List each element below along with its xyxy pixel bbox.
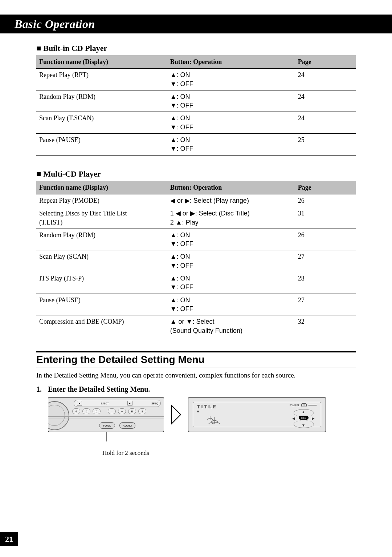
nav-left-icon: ◂: [77, 401, 82, 406]
control-panel-illustration: ◂ EJECT ▸ SFEQ 4 5 6 – + E 8: [48, 397, 164, 432]
square-bullet-icon: ■: [36, 169, 41, 179]
col-page: Page: [295, 181, 356, 194]
lower-button-row: FUNC AUDIO: [99, 422, 135, 429]
preset-button-row: 4 5 6 – + E 8: [72, 408, 161, 414]
nav-right-icon: ▸: [127, 401, 132, 406]
table-row: Repeat Play (PMODE) ◀ or ▶: Select (Play…: [36, 194, 356, 207]
col-function: Function name (Display): [36, 55, 167, 69]
nav-down-icon: ▼: [302, 423, 305, 427]
multicd-heading: ■Multi-CD Player: [36, 169, 356, 179]
nav-pad: ▲ ▼ ◀ ▶ SEL: [291, 410, 316, 427]
illustration-caption: Hold for 2 seconds: [102, 449, 356, 457]
section-body: In the Detailed Setting Menu, you can op…: [36, 370, 356, 380]
preset-button: 6: [93, 408, 101, 414]
eject-label: EJECT: [101, 402, 109, 405]
col-function: Function name (Display): [36, 181, 167, 194]
display-panel-illustration: TITLE PWRFL ▽ ▲ ▼: [188, 397, 326, 432]
section-heading: Entering the Detailed Setting Menu: [36, 351, 356, 367]
nav-left-icon: ◀: [292, 416, 295, 420]
pwrfl-label: PWRFL: [290, 404, 300, 407]
equalizer-icon: [207, 413, 228, 426]
square-bullet-icon: ■: [36, 44, 41, 53]
level-indicator-icon: ▽: [301, 403, 307, 407]
preset-button: E: [128, 408, 136, 414]
preset-button: 4: [72, 408, 80, 414]
power-label-area: PWRFL ▽: [290, 403, 317, 407]
multicd-table: Function name (Display) Button: Operatio…: [36, 181, 356, 337]
table-row: Compression and DBE (COMP) ▲ or ▼: Selec…: [36, 315, 356, 337]
audio-button: AUDIO: [119, 422, 135, 429]
chapter-title-bar: Basic Operation: [0, 15, 392, 33]
table-row: Random Play (RDM) ▲: ON▼: OFF 24: [36, 90, 356, 112]
table-row: Selecting Discs by Disc Title List(T.LIS…: [36, 207, 356, 229]
illustration-row: ◂ EJECT ▸ SFEQ 4 5 6 – + E 8: [48, 397, 356, 432]
preset-button: +: [118, 408, 126, 414]
preset-button: 5: [82, 408, 90, 414]
col-operation: Button: Operation: [167, 55, 295, 69]
sel-button-label: SEL: [299, 416, 309, 420]
blank-pill-icon: [308, 405, 317, 405]
divider-line: [48, 416, 164, 417]
step-number: 1.: [36, 385, 48, 393]
page-content: ■Built-in CD Player Function name (Displ…: [22, 44, 370, 457]
page-number-tab: 21: [0, 532, 18, 546]
table-row: Random Play (RDM) ▲: ON▼: OFF 26: [36, 229, 356, 250]
nav-up-icon: ▲: [302, 410, 305, 414]
func-button: FUNC: [99, 422, 115, 429]
step-heading: 1.Enter the Detailed Setting Menu.: [36, 385, 356, 393]
manual-page: Basic Operation ■Built-in CD Player Func…: [0, 0, 392, 557]
preset-button: 8: [138, 408, 146, 414]
builtin-heading: ■Built-in CD Player: [36, 44, 356, 53]
callout-line-icon: [48, 432, 193, 447]
col-operation: Button: Operation: [167, 181, 295, 194]
table-row: Scan Play (SCAN) ▲: ON▼: OFF 27: [36, 250, 356, 272]
table-row: Pause (PAUSE) ▲: ON▼: OFF 25: [36, 134, 356, 156]
table-row: Scan Play (T.SCAN) ▲: ON▼: OFF 24: [36, 112, 356, 134]
divider-line: [48, 419, 164, 419]
display-title-text: TITLE: [197, 404, 217, 409]
nav-right-icon: ▶: [312, 416, 315, 420]
chapter-title: Basic Operation: [15, 17, 95, 31]
table-header-row: Function name (Display) Button: Operatio…: [36, 55, 356, 69]
table-row: ITS Play (ITS-P) ▲: ON▼: OFF 28: [36, 272, 356, 294]
arrow-right-icon: [171, 404, 181, 425]
top-button-strip: ◂ EJECT ▸ SFEQ: [74, 400, 161, 407]
table-header-row: Function name (Display) Button: Operatio…: [36, 181, 356, 194]
svg-marker-0: [171, 405, 181, 424]
col-page: Page: [295, 55, 356, 69]
builtin-cd-table: Function name (Display) Button: Operatio…: [36, 55, 356, 156]
table-row: Repeat Play (RPT) ▲: ON▼: OFF 24: [36, 69, 356, 90]
table-row: Pause (PAUSE) ▲: ON▼: OFF 27: [36, 294, 356, 315]
preset-button: –: [108, 408, 116, 414]
sfeq-label: SFEQ: [151, 402, 158, 405]
